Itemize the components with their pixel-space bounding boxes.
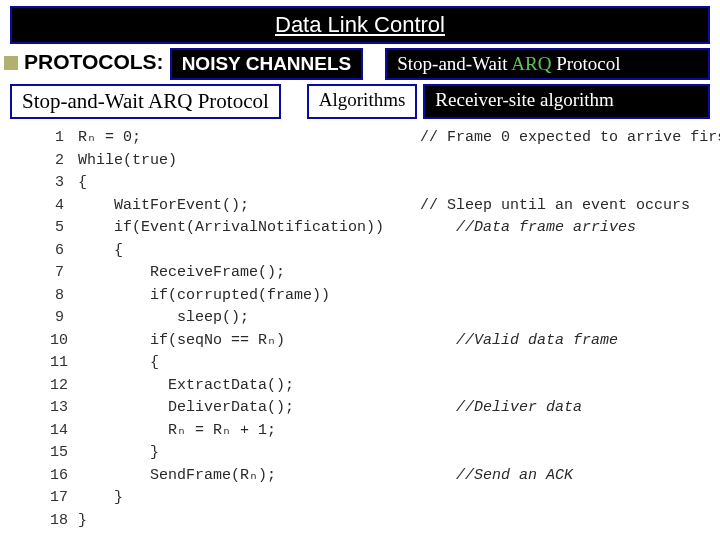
bullet-icon — [4, 56, 18, 70]
line-number: 15 — [50, 442, 78, 465]
code-text: if(Event(ArrivalNotification)) //Data fr… — [78, 217, 636, 240]
code-text: } — [78, 487, 123, 510]
code-line: 10 if(seqNo == Rₙ) //Valid data frame — [50, 330, 700, 353]
code-text: { — [78, 352, 159, 375]
line-number: 7 — [50, 262, 78, 285]
line-number: 4 — [50, 195, 78, 218]
noisy-channels-text: NOISY CHANNELS — [182, 53, 352, 75]
line-number: 12 — [50, 375, 78, 398]
line-number: 3 — [50, 172, 78, 195]
code-line: 12 ExtractData(); — [50, 375, 700, 398]
code-line: 15 } — [50, 442, 700, 465]
code-text: if(seqNo == Rₙ) //Valid data frame — [78, 330, 618, 353]
code-text: WaitForEvent(); // Sleep until an event … — [78, 195, 690, 218]
receiver-site-box: Receiver-site algorithm — [423, 84, 710, 119]
line-number: 8 — [50, 285, 78, 308]
code-line: 3{ — [50, 172, 700, 195]
line-number: 16 — [50, 465, 78, 488]
code-text: ExtractData(); — [78, 375, 294, 398]
code-line: 18} — [50, 510, 700, 533]
algorithms-text: Algorithms — [319, 89, 406, 111]
code-text: { — [78, 172, 87, 195]
code-text: ReceiveFrame(); — [78, 262, 285, 285]
noisy-channels-box: NOISY CHANNELS — [170, 48, 364, 80]
protocols-label: PROTOCOLS: — [24, 48, 164, 80]
line-number: 13 — [50, 397, 78, 420]
line-number: 6 — [50, 240, 78, 263]
code-line: 8 if(corrupted(frame)) — [50, 285, 700, 308]
code-line: 1Rₙ = 0; // Frame 0 expected to arrive f… — [50, 127, 700, 150]
code-text: sleep(); — [78, 307, 249, 330]
line-number: 9 — [50, 307, 78, 330]
line-number: 1 — [50, 127, 78, 150]
code-line: 4 WaitForEvent(); // Sleep until an even… — [50, 195, 700, 218]
stop-and-wait-text: Stop-and-Wait ARQ Protocol — [22, 89, 269, 114]
code-line: 9 sleep(); — [50, 307, 700, 330]
code-line: 17 } — [50, 487, 700, 510]
header-row-1: PROTOCOLS: NOISY CHANNELS Stop-and-Wait … — [0, 48, 710, 80]
code-line: 7 ReceiveFrame(); — [50, 262, 700, 285]
code-text: { — [78, 240, 123, 263]
code-line: 5 if(Event(ArrivalNotification)) //Data … — [50, 217, 700, 240]
code-text: DeliverData(); //Deliver data — [78, 397, 582, 420]
line-number: 5 — [50, 217, 78, 240]
code-line: 2While(true) — [50, 150, 700, 173]
algorithms-box: Algorithms — [307, 84, 418, 119]
line-number: 10 — [50, 330, 78, 353]
arq-top-text: Stop-and-Wait ARQ Protocol — [397, 53, 698, 75]
line-number: 2 — [50, 150, 78, 173]
arq-top-box: Stop-and-Wait ARQ Protocol — [385, 48, 710, 80]
code-line: 11 { — [50, 352, 700, 375]
line-number: 18 — [50, 510, 78, 533]
slide-title: Data Link Control — [12, 12, 708, 38]
code-text: } — [78, 442, 159, 465]
title-bar: Data Link Control — [10, 6, 710, 44]
header-row-2: Stop-and-Wait ARQ Protocol Algorithms Re… — [10, 84, 710, 119]
code-line: 14 Rₙ = Rₙ + 1; — [50, 420, 700, 443]
line-number: 17 — [50, 487, 78, 510]
arq-suffix: Protocol — [551, 53, 620, 74]
code-line: 13 DeliverData(); //Deliver data — [50, 397, 700, 420]
receiver-site-text: Receiver-site algorithm — [435, 89, 698, 111]
stop-and-wait-box: Stop-and-Wait ARQ Protocol — [10, 84, 281, 119]
code-text: } — [78, 510, 87, 533]
line-number: 14 — [50, 420, 78, 443]
code-listing: 1Rₙ = 0; // Frame 0 expected to arrive f… — [50, 127, 700, 532]
code-text: Rₙ = 0; // Frame 0 expected to arrive fi… — [78, 127, 720, 150]
code-text: if(corrupted(frame)) — [78, 285, 330, 308]
line-number: 11 — [50, 352, 78, 375]
code-text: While(true) — [78, 150, 177, 173]
code-text: Rₙ = Rₙ + 1; — [78, 420, 276, 443]
code-text: SendFrame(Rₙ); //Send an ACK — [78, 465, 573, 488]
code-line: 6 { — [50, 240, 700, 263]
arq-accent: ARQ — [511, 53, 551, 74]
arq-prefix: Stop-and-Wait — [397, 53, 511, 74]
code-line: 16 SendFrame(Rₙ); //Send an ACK — [50, 465, 700, 488]
